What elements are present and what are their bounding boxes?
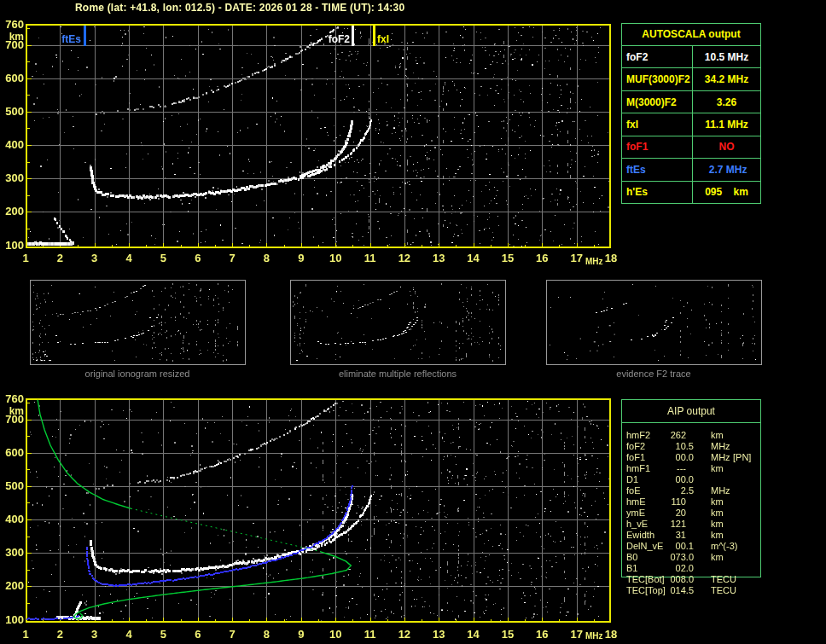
aip-row-unit: MHz [711, 452, 730, 462]
aip-row-value: 02.0 [665, 563, 694, 573]
aip-row-unit: TECU [711, 574, 736, 584]
y-tick-label: 760 [0, 393, 24, 405]
aip-row-unit: MHz [711, 485, 730, 496]
aip-row-label: DelN_vE [626, 541, 663, 551]
autoscala-row-label: MUF(3000)F2 [622, 68, 693, 90]
x-tick-label: 10 [325, 629, 346, 641]
x-tick-label: 4 [119, 252, 139, 264]
x-tick-label: 16 [532, 252, 552, 264]
aip-row-value: 008.0 [665, 574, 694, 584]
marker-label-fof2: foF2 [317, 34, 350, 44]
autoscala-row: MUF(3000)F234.2 MHz [622, 67, 760, 90]
aip-row-value: 2.5 [665, 485, 694, 496]
aip-row-value: 262 [657, 430, 686, 440]
x-tick-label: 4 [119, 629, 139, 641]
y-tick-label: 400 [0, 513, 24, 525]
autoscala-row: fxI11.1 MHz [622, 113, 760, 135]
x-tick-label: 11 [360, 252, 381, 264]
aip-row: foE2.5MHz [622, 485, 760, 496]
autoscala-row-label: foF2 [622, 46, 693, 67]
x-tick-label: 14 [463, 252, 484, 264]
aip-row-value: 00.0 [665, 474, 694, 484]
autoscala-row: ftEs 2.7 MHz [622, 158, 760, 180]
aip-row-unit: km [711, 530, 724, 540]
autoscala-row: M(3000)F23.26 [622, 90, 760, 113]
autoscala-row: foF210.5 MHz [622, 46, 760, 67]
aip-row: B102.0 [622, 563, 760, 574]
aip-row-label: hmE [626, 496, 646, 507]
aip-row: foF210.5MHz [622, 441, 760, 452]
x-tick-label: 1 [15, 629, 36, 641]
y-tick-label: 400 [0, 139, 24, 151]
x-tick-label: 6 [188, 252, 208, 264]
autoscala-row-value: 095 km [693, 182, 760, 203]
y-tick-label: 300 [0, 172, 24, 184]
thumbnail-caption-eliminate: eliminate multiple reflections [304, 368, 492, 379]
x-tick-label: 15 [497, 252, 518, 264]
aip-row-unit: km [711, 463, 724, 473]
aip-row: TEC[Top]014.5TECU [622, 585, 760, 596]
y-tick-label: 300 [0, 547, 24, 559]
x-tick-label: 5 [153, 252, 173, 264]
x-tick-label: 2 [49, 252, 70, 264]
x-tick-label: 13 [428, 252, 449, 264]
aip-row-label: TEC[Bot] [626, 574, 665, 584]
window-title: Rome (lat: +41.8, lon: 012.5) - DATE: 20… [75, 2, 404, 14]
aip-row-value: 00.0 [665, 452, 694, 462]
aip-row-unit: TECU [711, 585, 736, 595]
y-tick-label: 200 [0, 580, 24, 592]
autoscala-rows: foF210.5 MHzMUF(3000)F234.2 MHzM(3000)F2… [622, 46, 760, 203]
x-tick-label: 3 [84, 252, 105, 264]
autoscala-window: Rome (lat: +41.8, lon: 012.5) - DATE: 20… [0, 0, 826, 644]
x-tick-label: 14 [463, 629, 484, 641]
aip-row: hmF1---km [622, 463, 760, 474]
x-tick-label: 16 [532, 629, 552, 641]
x-tick-label: 3 [84, 629, 105, 641]
x-tick-label: 1 [15, 252, 36, 264]
x-tick-label: 9 [291, 629, 311, 641]
x-tick-label: 18 [601, 252, 621, 264]
aip-row: B0073.0km [622, 552, 760, 563]
y-tick-label: 600 [0, 73, 24, 84]
aip-row-label: D1 [626, 474, 638, 484]
aip-row: D100.0 [622, 474, 760, 485]
x-tick-label: 7 [222, 629, 242, 641]
x-tick-label: 17 [567, 252, 587, 264]
y-tick-label: 700 [0, 39, 24, 51]
aip-row-value: 110 [657, 496, 686, 507]
x-tick-label: 10 [325, 252, 346, 264]
aip-row-label: foE [626, 485, 641, 496]
x-tick-label: 12 [394, 252, 415, 264]
autoscala-row-value: 11.1 MHz [693, 113, 760, 135]
x-tick-label: 8 [256, 252, 276, 264]
thumbnail-caption-original: original ionogram resized [44, 368, 231, 379]
aip-row-label: h_vE [626, 519, 648, 529]
x-tick-label: 9 [291, 252, 311, 264]
aip-row-value: --- [657, 463, 686, 473]
autoscala-row-value: 10.5 MHz [693, 46, 760, 67]
aip-row-extra: [PN] [733, 452, 751, 462]
aip-row-label: hmF2 [626, 430, 650, 440]
aip-row-unit: km [711, 496, 724, 507]
x-tick-label: 8 [256, 629, 276, 641]
aip-row-label: ymE [626, 508, 645, 518]
autoscala-panel-title: AUTOSCALA output [622, 24, 760, 46]
x-tick-label: 11 [360, 629, 381, 641]
marker-label-fxi: fxI [377, 34, 403, 44]
autoscala-row-label: M(3000)F2 [622, 91, 693, 113]
aip-row-value: 073.0 [665, 552, 694, 562]
aip-row-value: 10.5 [665, 441, 694, 451]
autoscala-row: foF1NO [622, 136, 760, 158]
aip-row: TEC[Bot]008.0TECU [622, 574, 760, 585]
autoscala-row-label: foF1 [622, 136, 693, 158]
aip-row: DelN_vE00.1m^(-3) [622, 541, 760, 552]
y-tick-label: 100 [0, 614, 24, 626]
aip-row-label: B1 [626, 563, 637, 573]
aip-row-value: 31 [657, 530, 686, 540]
aip-row: Ewidth31km [622, 530, 760, 541]
aip-row: ymE20km [622, 508, 760, 519]
aip-row: hmE110km [622, 496, 760, 508]
x-tick-label: 6 [188, 629, 208, 641]
y-tick-label: 500 [0, 480, 24, 492]
aip-row-value: 121 [657, 519, 686, 529]
